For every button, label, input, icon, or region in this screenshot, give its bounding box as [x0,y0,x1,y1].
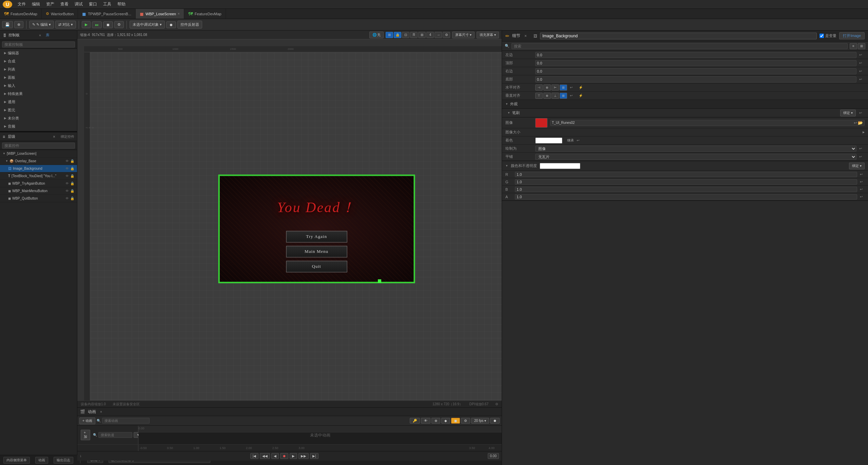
v-align-reset[interactable]: ↩ [570,94,575,97]
image-refresh-icon[interactable]: ↩ [854,120,857,125]
settings-btn[interactable]: ⚙ [114,21,124,28]
anim-record-btn[interactable]: ⏺ [490,418,500,424]
diff-btn[interactable]: ⇄ 对比 ▾ [55,21,76,29]
fill-screen-btn[interactable]: 填充屏幕 ▾ [477,32,499,38]
color-bind-dropdown[interactable]: 绑定 ▾ [849,163,865,169]
anim-settings-btn[interactable]: ⚙ [461,418,470,424]
open-image-btn[interactable]: 打开Image [839,32,865,39]
v-align-extra[interactable]: ⚡ [579,94,584,97]
canvas-toggle-grid[interactable]: ⊞ [386,32,393,38]
menu-help[interactable]: 帮助 [115,1,128,8]
play-btn[interactable]: ▶ [82,21,91,28]
tab-close-wbp-lose[interactable]: × [178,12,180,16]
canvas-resize-handle[interactable] [378,279,381,283]
color-bind-btn[interactable]: 绑定 ▾ [849,163,865,169]
draw-as-reset[interactable]: ↩ [859,147,865,150]
tl-play[interactable]: ▶ [290,453,297,459]
reflect-btn[interactable]: 控件反射器 [177,21,202,29]
lock-icon-tryagain[interactable]: 🔒 [70,182,74,185]
vis-icon-overlay[interactable]: 👁 [65,159,69,163]
menu-window[interactable]: 窗口 [86,1,100,8]
canvas-toggle-snap[interactable]: ⊡ [402,32,409,38]
color-main-swatch[interactable] [540,163,580,169]
control-common[interactable]: ▶ 通用 [0,98,77,106]
menu-tools[interactable]: 工具 [100,1,114,8]
anim-search-input[interactable] [102,418,150,424]
top-value-input[interactable] [535,60,856,66]
h-align-extra[interactable]: ⚡ [579,86,584,89]
bind-control-btn[interactable]: 绑定控件 [61,134,74,139]
layer-mainmenu-btn[interactable]: ◼ WBP_MainMenuButton 👁 🔒 [0,187,77,195]
no-loc-btn[interactable]: 🌐 无 [369,32,384,38]
tiling-reset[interactable]: ↩ [859,155,865,159]
layer-quit-btn[interactable]: ◼ WBP_QuitButton 👁 🔒 [0,195,77,202]
add-track-btn[interactable]: + 加 [81,430,90,440]
anim-eye-btn[interactable]: 👁 [421,418,430,424]
tint-reset[interactable]: ↩ [577,138,582,142]
main-menu-btn[interactable]: Main Menu [286,246,347,258]
layer-panel-close[interactable]: × [53,134,55,139]
menu-assets[interactable]: 资产 [43,1,57,8]
v-align-center[interactable]: ⊕ [543,93,551,99]
lock-icon-text[interactable]: 🔒 [70,174,74,178]
screen-size-btn[interactable]: 屏幕尺寸 ▾ [452,32,475,38]
v-align-bottom[interactable]: ⊥ [552,93,559,99]
details-search-input[interactable] [512,43,848,49]
canvas-viewport[interactable]: 500 1000 1500 2000 0 250 You Dead！ Try A… [84,46,502,407]
quit-btn[interactable]: Quit [286,261,347,273]
menu-debug[interactable]: 调试 [72,1,85,8]
anim-diamond-btn[interactable]: ◆ [441,418,450,424]
b-reset[interactable]: ↩ [860,187,865,191]
right-reset[interactable]: ↩ [859,69,865,73]
tl-prev[interactable]: ◀ [271,453,279,459]
control-editor[interactable]: ▶ 编辑器 [0,49,77,57]
tint-color-swatch[interactable] [535,137,562,144]
brush-header[interactable]: ▼ 笔刷 绑定 ▾ ↩ [502,109,868,117]
library-btn[interactable]: 库 [46,33,74,38]
image-browse-icon[interactable]: 📂 [858,120,863,125]
tl-record[interactable]: ⏺ [280,453,288,459]
vis-icon-imgbg[interactable]: 👁 [65,167,69,170]
h-align-right[interactable]: ⊢ [552,85,559,91]
dpi-settings-icon[interactable]: ⚙ [495,402,498,406]
tab-feature-dev-map-1[interactable]: 🗺 FeatureDevMap [0,9,42,19]
controls-panel-close[interactable]: × [39,33,41,37]
stop-btn[interactable]: ⏹ [103,21,113,28]
brush-bind-btn[interactable]: 绑定 ▾ [840,110,856,116]
tiling-select[interactable]: 无瓦片 [535,154,856,160]
lock-icon-imgbg[interactable]: 🔒 [70,167,74,170]
b-input[interactable] [515,187,857,192]
control-list[interactable]: ▶ 列表 [0,65,77,73]
tl-prev-frame[interactable]: ◀◀ [260,453,270,459]
layer-tryagain-btn[interactable]: ◼ WBP_TryAgainButton 👁 🔒 [0,180,77,187]
lock-icon-mainmenu[interactable]: 🔒 [70,189,74,193]
canvas-num-btn[interactable]: 4 [426,32,434,38]
g-reset[interactable]: ↩ [860,180,865,184]
tab-wbp-lose[interactable]: ◼ WBP_LoseScreen × [136,9,184,19]
right-value-input[interactable] [535,68,856,74]
tab-warrior-button[interactable]: ⚙ WarriorButton [42,9,78,19]
vis-icon-mainmenu[interactable]: 👁 [65,189,69,193]
layer-textblock-youdied[interactable]: T [TextBlock_YouDied] "You I..." 👁 🔒 [0,172,77,180]
tl-next[interactable]: ▶▶ [298,453,309,459]
bottom-reset[interactable]: ↩ [859,77,865,81]
draw-as-select[interactable]: 图像 [535,146,856,152]
tl-time-display[interactable]: 0.00 [488,453,499,459]
track-search-input[interactable] [98,432,132,438]
prop-image-size[interactable]: 图像大小 ▶ [502,128,868,136]
control-panel[interactable]: ▶ 面板 [0,73,77,81]
tab-feature-dev-map-2[interactable]: 🗺 FeatureDevMap [184,9,226,19]
details-grid-view[interactable]: ⊞ [858,43,865,49]
anim-gold-btn[interactable]: ◼ [451,418,460,424]
menu-view[interactable]: 查看 [58,1,71,8]
control-primitive[interactable]: ▶ 图元 [0,106,77,114]
v-align-top[interactable]: ⊤ [535,93,543,99]
next-btn[interactable]: ⏭ [92,21,102,28]
add-anim-btn[interactable]: + 动画 [79,417,95,424]
control-audio[interactable]: ▶ 音频 [0,122,77,130]
component-name-input[interactable] [540,33,817,39]
control-unclassified[interactable]: ▶ 未分类 [0,114,77,122]
a-reset[interactable]: ↩ [860,195,865,199]
lock-icon-quit[interactable]: 🔒 [70,197,74,200]
canvas-toggle-lock[interactable]: 🔒 [394,32,401,38]
